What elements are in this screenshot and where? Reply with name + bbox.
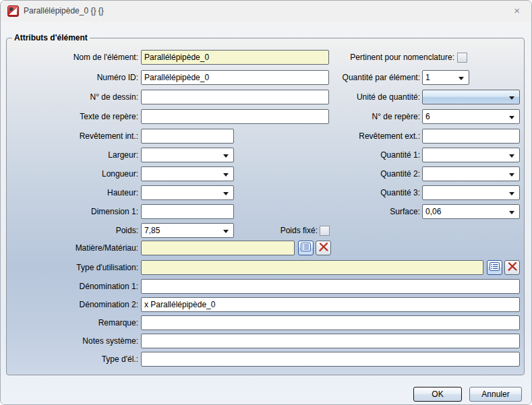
dimension1-input[interactable] xyxy=(141,204,234,219)
pertinent-label: Pertinent pour nomenclature: xyxy=(284,50,454,65)
chevron-down-icon xyxy=(223,154,229,158)
denomination2-label: Dénomination 2: xyxy=(7,297,138,312)
element-attributes-dialog: Parallélépipède_0 {} {} × Attributs d'él… xyxy=(0,0,532,405)
unite-qte-combo[interactable] xyxy=(422,90,520,104)
matiere-browse-button[interactable] xyxy=(298,241,314,255)
notes-systeme-input[interactable] xyxy=(141,334,520,348)
poids-label: Poids: xyxy=(7,223,138,238)
type-utilisation-label: Type d'utilisation: xyxy=(7,260,138,275)
matiere-label: Matière/Matériau: xyxy=(7,241,138,255)
type-utilisation-input[interactable] xyxy=(141,260,483,275)
chevron-down-icon xyxy=(509,154,514,158)
close-icon[interactable]: × xyxy=(511,1,523,22)
chevron-down-icon xyxy=(223,192,229,195)
dessin-label: N° de dessin: xyxy=(7,90,138,104)
chevron-down-icon xyxy=(223,230,229,233)
chevron-down-icon xyxy=(509,116,514,119)
notes-systeme-label: Notes système: xyxy=(7,334,138,348)
dessin-input[interactable] xyxy=(141,90,329,104)
matiere-clear-button[interactable] xyxy=(316,241,331,255)
qte-par-element-combo[interactable]: 1 xyxy=(422,70,469,85)
surface-label: Surface: xyxy=(324,204,420,219)
denomination1-input[interactable] xyxy=(141,279,520,294)
red-x-icon xyxy=(318,242,329,254)
remarque-label: Remarque: xyxy=(7,315,138,330)
qte-par-element-label: Quantité par élément: xyxy=(324,70,420,85)
texte-repere-input[interactable] xyxy=(141,109,329,124)
denomination1-label: Dénomination 1: xyxy=(7,279,138,294)
denomination2-input[interactable] xyxy=(141,297,520,312)
longueur-label: Longueur: xyxy=(7,166,138,181)
qte2-label: Quantité 2: xyxy=(324,166,420,181)
revetement-int-label: Revêtement int.: xyxy=(7,129,138,144)
title-bar[interactable]: Parallélépipède_0 {} {} × xyxy=(1,1,531,22)
type-utilisation-clear-button[interactable] xyxy=(504,260,520,275)
qte2-combo[interactable] xyxy=(422,166,520,181)
numero-id-label: Numéro ID: xyxy=(7,70,138,85)
num-repere-combo[interactable]: 6 xyxy=(422,109,520,124)
qte3-label: Quantité 3: xyxy=(324,185,420,200)
chevron-down-icon xyxy=(509,211,514,214)
hauteur-combo[interactable] xyxy=(141,185,234,200)
red-x-icon xyxy=(507,261,518,274)
longueur-combo[interactable] xyxy=(141,166,234,181)
numero-id-input[interactable] xyxy=(141,70,329,85)
revetement-int-input[interactable] xyxy=(141,129,234,144)
hauteur-label: Hauteur: xyxy=(7,185,138,200)
ok-button[interactable]: OK xyxy=(413,387,462,402)
type-el-input[interactable] xyxy=(141,352,520,367)
num-repere-label: N° de repère: xyxy=(324,109,420,124)
dimension1-label: Dimension 1: xyxy=(7,204,138,219)
poids-fixe-checkbox[interactable] xyxy=(320,226,330,236)
chevron-down-icon xyxy=(459,77,464,80)
surface-combo[interactable]: 0,06 xyxy=(422,204,520,219)
qte1-label: Quantité 1: xyxy=(324,148,420,162)
list-icon xyxy=(301,243,311,253)
qte1-combo[interactable] xyxy=(422,148,520,162)
cancel-button[interactable]: Annuler xyxy=(469,387,522,402)
chevron-down-icon xyxy=(223,173,229,177)
type-el-label: Type d'él.: xyxy=(7,352,138,367)
window-title: Parallélépipède_0 {} {} xyxy=(24,1,104,22)
type-utilisation-browse-button[interactable] xyxy=(487,260,502,275)
largeur-combo[interactable] xyxy=(141,148,234,162)
pertinent-checkbox[interactable] xyxy=(457,53,467,63)
texte-repere-label: Texte de repère: xyxy=(7,109,138,124)
nom-label: Nom de l'élément: xyxy=(7,50,138,65)
groupbox-legend: Attributs d'élément xyxy=(12,33,90,42)
poids-combo[interactable]: 7,85 xyxy=(141,223,234,238)
matiere-input[interactable] xyxy=(141,241,295,255)
remarque-input[interactable] xyxy=(141,315,520,330)
list-icon xyxy=(490,262,500,273)
revetement-ext-input[interactable] xyxy=(422,129,520,144)
unite-qte-label: Unité de quantité: xyxy=(324,90,420,104)
poids-fixe-label: Poids fixé: xyxy=(243,223,318,238)
largeur-label: Largeur: xyxy=(7,148,138,162)
chevron-down-icon xyxy=(509,192,514,195)
chevron-down-icon xyxy=(509,96,514,100)
chevron-down-icon xyxy=(509,173,514,177)
qte3-combo[interactable] xyxy=(422,185,520,200)
revetement-ext-label: Revêtement ext.: xyxy=(324,129,420,144)
app-logo-icon xyxy=(7,5,19,17)
